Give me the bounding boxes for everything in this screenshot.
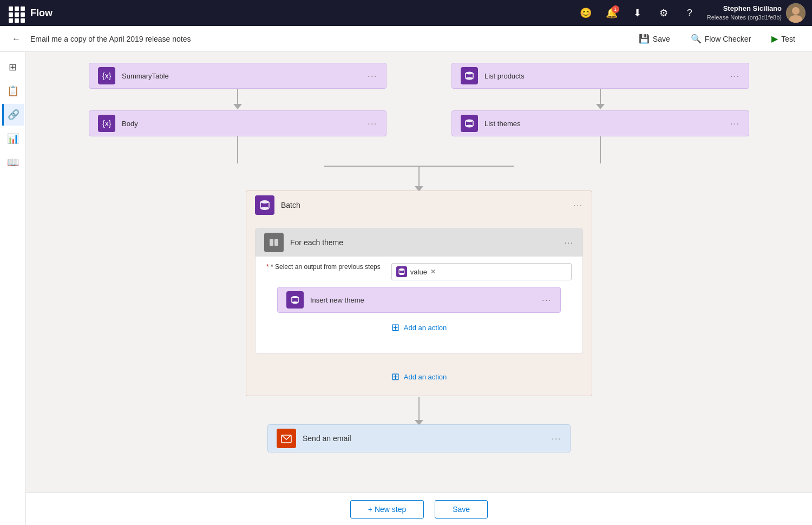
save-label: Save <box>653 35 670 43</box>
save-icon: 💾 <box>639 34 650 44</box>
col-right: List products ··· <box>451 63 749 163</box>
notification-icon[interactable]: 🔔 1 <box>603 4 620 22</box>
insert-theme-icon <box>286 291 304 309</box>
app-grid-icon[interactable] <box>6 4 24 22</box>
batch-email-svg <box>392 396 446 429</box>
foreach-container: For each theme ··· * * Select an output … <box>255 228 583 353</box>
field-label: * * Select an output from previous steps <box>266 263 381 271</box>
foreach-field-row: * * Select an output from previous steps <box>266 263 572 280</box>
add-action-outer-label: Add an action <box>404 373 447 381</box>
connector-1 <box>233 89 242 110</box>
sidebar-item-monitor[interactable]: 📊 <box>2 128 24 149</box>
batch-header[interactable]: Batch ··· <box>246 191 592 219</box>
nav-right: 😊 🔔 1 ⬇ ⚙ ? Stephen Siciliano Release No… <box>577 3 806 23</box>
list-themes-card[interactable]: List themes ··· <box>451 110 749 136</box>
send-email-more[interactable]: ··· <box>552 434 561 443</box>
sidebar-item-connections[interactable]: 🔗 <box>2 104 24 126</box>
svg-point-11 <box>466 125 473 128</box>
svg-rect-23 <box>270 239 273 246</box>
save-button[interactable]: 💾 Save <box>631 30 678 48</box>
test-icon: ▶ <box>771 34 778 44</box>
tag-value-text: value <box>410 268 427 276</box>
connector-2 <box>596 89 605 110</box>
svg-point-26 <box>399 273 404 275</box>
home-icon: ⊞ <box>9 61 17 73</box>
back-button[interactable]: ← <box>9 31 24 47</box>
user-avatar[interactable] <box>786 3 806 23</box>
toolbar-actions: 💾 Save 🔍 Flow Checker ▶ Test <box>631 30 803 48</box>
download-icon[interactable]: ⬇ <box>629 4 646 22</box>
svg-point-20 <box>260 207 269 210</box>
list-themes-more[interactable]: ··· <box>730 119 740 128</box>
emoji-icon[interactable]: 😊 <box>577 4 594 22</box>
body-title: Body <box>122 120 368 128</box>
list-themes-icon <box>461 115 478 132</box>
sidebar-item-learn[interactable]: 📖 <box>2 152 24 173</box>
summary-table-more[interactable]: ··· <box>368 71 377 80</box>
bottom-save-button[interactable]: Save <box>435 500 488 519</box>
batch-to-email-connector <box>37 396 801 429</box>
list-products-title: List products <box>484 72 730 80</box>
batch-container: Batch ··· For each theme ··· <box>246 191 592 396</box>
svg-point-29 <box>292 296 298 298</box>
foreach-header[interactable]: For each theme ··· <box>256 228 582 257</box>
test-label: Test <box>781 35 795 43</box>
foreach-title: For each theme <box>290 238 564 247</box>
list-products-icon <box>461 67 478 84</box>
flow-checker-button[interactable]: 🔍 Flow Checker <box>683 30 759 48</box>
canvas: {x} SummaryTable ··· {x} <box>26 52 812 525</box>
col-left: {x} SummaryTable ··· {x} <box>89 63 387 163</box>
foreach-body: * * Select an output from previous steps <box>256 257 582 342</box>
app-title: Flow <box>30 8 53 19</box>
svg-point-10 <box>466 120 473 122</box>
col-right-merge-line <box>600 136 601 163</box>
svg-point-25 <box>399 268 404 271</box>
batch-more[interactable]: ··· <box>573 201 583 209</box>
col-left-merge-line <box>237 136 238 163</box>
notification-badge: 1 <box>612 5 619 13</box>
add-action-inner-button[interactable]: ⊞ Add an action <box>266 313 572 336</box>
svg-point-19 <box>260 200 269 204</box>
sidebar-item-home[interactable]: ⊞ <box>2 56 24 78</box>
flow-title: Email me a copy of the April 2019 releas… <box>30 35 191 43</box>
body-card[interactable]: {x} Body ··· <box>89 110 387 136</box>
tag-close-button[interactable]: ✕ <box>430 268 436 275</box>
body-more[interactable]: ··· <box>368 119 377 128</box>
send-email-title: Send an email <box>303 434 552 443</box>
insert-theme-more[interactable]: ··· <box>542 296 552 304</box>
svg-rect-24 <box>274 239 278 246</box>
user-name: Stephen Siciliano <box>707 4 782 14</box>
batch-icon <box>255 195 274 215</box>
sidebar-item-templates[interactable]: 📋 <box>2 80 24 102</box>
list-products-more[interactable]: ··· <box>730 71 740 80</box>
tag-input[interactable]: value ✕ <box>391 263 572 280</box>
foreach-more[interactable]: ··· <box>564 238 574 247</box>
user-subtitle: Release Notes (org3d1fe8b) <box>707 14 782 21</box>
tag-db-icon <box>396 266 407 277</box>
user-info: Stephen Siciliano Release Notes (org3d1f… <box>707 3 806 23</box>
svg-point-7 <box>466 77 473 80</box>
top-columns: {x} SummaryTable ··· {x} <box>37 63 801 163</box>
send-email-wrapper: Send an email ··· <box>37 424 801 452</box>
add-action-outer-icon: ⊞ <box>391 371 400 383</box>
svg-point-30 <box>292 301 298 304</box>
insert-theme-title: Insert new theme <box>310 296 542 304</box>
summary-table-card[interactable]: {x} SummaryTable ··· <box>89 63 387 89</box>
batch-wrapper: Batch ··· For each theme ··· <box>37 191 801 396</box>
list-products-card[interactable]: List products ··· <box>451 63 749 89</box>
bottom-bar: + New step Save <box>26 493 812 525</box>
add-action-outer-button[interactable]: ⊞ Add an action <box>246 362 592 385</box>
new-step-button[interactable]: + New step <box>350 500 424 519</box>
insert-theme-card[interactable]: Insert new theme ··· <box>277 287 561 313</box>
settings-icon[interactable]: ⚙ <box>655 4 672 22</box>
svg-point-1 <box>792 7 800 15</box>
learn-icon: 📖 <box>7 156 19 168</box>
help-icon[interactable]: ? <box>681 4 698 22</box>
sub-toolbar: ← Email me a copy of the April 2019 rele… <box>0 26 812 52</box>
foreach-icon <box>264 233 284 252</box>
send-email-card[interactable]: Send an email ··· <box>267 424 571 452</box>
svg-point-5 <box>466 72 473 75</box>
summary-table-icon: {x} <box>98 67 115 84</box>
test-button[interactable]: ▶ Test <box>763 30 803 48</box>
sidebar: ⊞ 📋 🔗 📊 📖 <box>0 52 26 525</box>
